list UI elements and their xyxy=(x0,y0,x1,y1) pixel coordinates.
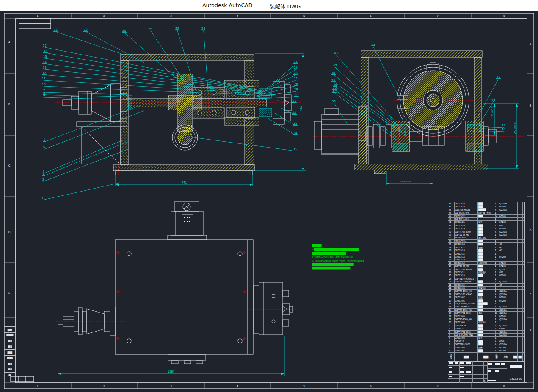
leader-line-25 xyxy=(267,69,296,88)
bom-cell: 45 xyxy=(499,243,513,245)
margin-row-2: ██████ xyxy=(4,333,15,339)
bom-cell: 12 xyxy=(494,312,499,314)
bom-cell xyxy=(518,227,523,230)
leader-line-30 xyxy=(251,97,297,99)
bom-cell: HT200 xyxy=(499,221,513,223)
bom-cell xyxy=(513,227,518,230)
bom-cell: GYZC3-19 xyxy=(455,227,478,230)
callout-19: 19 xyxy=(84,28,88,32)
bom-cell xyxy=(513,346,518,349)
bom-cell: GB/T 5782-2000 xyxy=(455,331,478,333)
bom-cell xyxy=(499,211,513,214)
bom-cell: ███ xyxy=(478,240,494,242)
callout-18: 18 xyxy=(54,28,58,32)
zone-right-C: C xyxy=(530,167,532,170)
title-block: GYZC3-00 5 xyxy=(448,361,525,383)
bom-cell: 32 xyxy=(448,252,455,255)
bom-cell xyxy=(513,205,518,208)
callout-30: 30 xyxy=(295,93,298,97)
dim-shaft-dia1: Φ80k6 xyxy=(398,129,401,136)
callout-4: 4 xyxy=(43,173,45,176)
bom-row-8: 8GB 93 12███865Mn xyxy=(448,327,524,330)
bom-cell: 11 xyxy=(448,318,455,321)
bom-cell xyxy=(499,240,513,242)
bom-cell xyxy=(518,280,523,283)
bom-cell xyxy=(518,318,523,321)
bom-cell xyxy=(518,218,523,220)
leader-line-36 xyxy=(334,103,347,123)
bom-cell xyxy=(513,246,518,249)
bom-row-24: 24GB/T6170_M30X1.51 xyxy=(448,277,524,280)
bom-cell: ███ xyxy=(478,293,494,296)
plan-view: 1267 xyxy=(56,202,296,376)
leader-line-9 xyxy=(44,97,133,100)
leader-line-48 xyxy=(481,131,504,132)
bom-cell xyxy=(513,268,518,271)
bom-cell: ███ xyxy=(478,252,494,255)
bom-cell xyxy=(513,312,518,314)
bom-cell: M8X1_TNA xyxy=(455,240,478,242)
bom-cell xyxy=(518,277,523,280)
bom-cell xyxy=(478,277,494,280)
leader-line-17 xyxy=(45,47,248,87)
bom-cell: ███ xyxy=(478,315,494,318)
bom-cell xyxy=(518,208,523,211)
zone-right-F: F xyxy=(530,329,531,332)
bom-cell: 1 xyxy=(494,246,499,249)
bom-cell: 27 xyxy=(448,268,455,271)
bom-cell: GB/T5781-2000 xyxy=(455,343,478,345)
bom-cell xyxy=(513,287,518,289)
bom-cell: ███ xyxy=(478,331,494,333)
bom-cell: 2 xyxy=(448,346,455,349)
bom-cell: GYZC3-11 xyxy=(455,271,478,274)
bom-cell: 4 xyxy=(448,340,455,343)
bom-cell xyxy=(513,236,518,239)
bom-header-code: ███ xyxy=(455,353,478,361)
bom-cell xyxy=(478,218,494,220)
bom-cell: HT200 xyxy=(499,205,513,208)
margin-row-8: ██ █ xyxy=(4,367,15,373)
zone-top-1: 1 xyxy=(37,14,39,17)
bom-cell: GB/T 5783 M8X20 xyxy=(455,268,478,271)
drawing-number: GYZC3-00 xyxy=(507,377,525,380)
bom-cell: GYZC3-08 xyxy=(455,287,478,289)
callout-48: 48 xyxy=(502,128,505,131)
bom-cell xyxy=(513,324,518,327)
bom-cell: 8 xyxy=(494,327,499,330)
bom-cell: 36 xyxy=(448,240,455,242)
bom-cell xyxy=(513,299,518,302)
bom-cell xyxy=(513,233,518,236)
title-block-field xyxy=(466,362,471,364)
bom-cell xyxy=(513,243,518,245)
bom-cell: 1 xyxy=(494,221,499,223)
bom-cell: GYZC3-02 xyxy=(455,346,478,349)
zone-bottom-2: 2 xyxy=(103,384,105,387)
bom-cell: ███ xyxy=(478,280,494,283)
bom-cell: 1 xyxy=(494,249,499,252)
bom-cell: ███ xyxy=(478,324,494,327)
bom-cell xyxy=(513,318,518,321)
bom-cell: ███ xyxy=(478,340,494,343)
title-block-field xyxy=(449,371,452,373)
bom-cell: 1 xyxy=(494,240,499,242)
bom-cell xyxy=(499,337,513,339)
callout-15: 15 xyxy=(43,55,47,58)
callout-20: 20 xyxy=(122,29,126,33)
bom-row-47: 47GYZC3-23███1HT200 xyxy=(448,205,524,208)
bom-cell: 8 xyxy=(448,327,455,330)
bom-cell xyxy=(518,343,523,345)
bom-cell: 45 xyxy=(499,284,513,286)
bom-cell: 1 xyxy=(494,287,499,289)
leader-line-47 xyxy=(483,127,504,128)
bom-cell: HT200 xyxy=(499,296,513,299)
bom-cell: 08F xyxy=(499,224,513,227)
bom-cell xyxy=(513,305,518,308)
callout-9: 9 xyxy=(43,94,45,97)
callout-39: 39 xyxy=(333,83,337,87)
bom-cell: 1 xyxy=(494,202,499,205)
title-block-field xyxy=(495,363,500,365)
callout-1: 1 xyxy=(41,197,43,200)
bom-cell: 1 xyxy=(494,280,499,283)
zone-right-E: E xyxy=(530,291,531,295)
bom-row-34: 34GYZC3-17垫圈145 xyxy=(448,246,524,249)
